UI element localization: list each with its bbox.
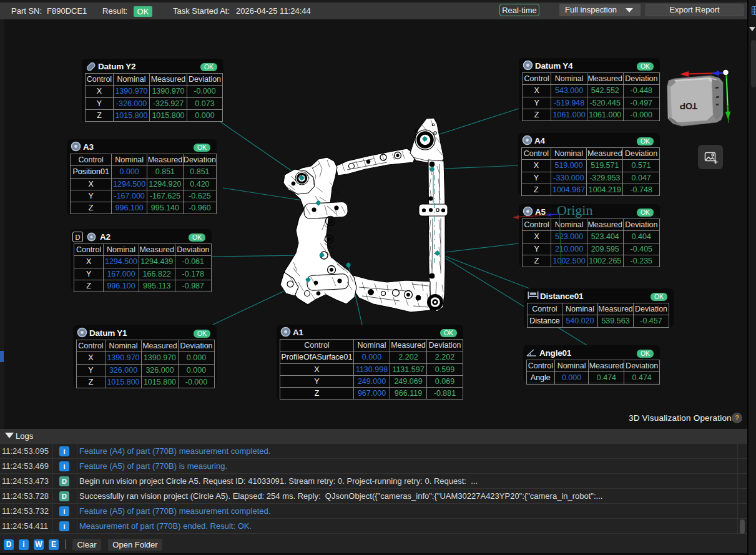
svg-text:Origin: Origin (557, 202, 592, 218)
